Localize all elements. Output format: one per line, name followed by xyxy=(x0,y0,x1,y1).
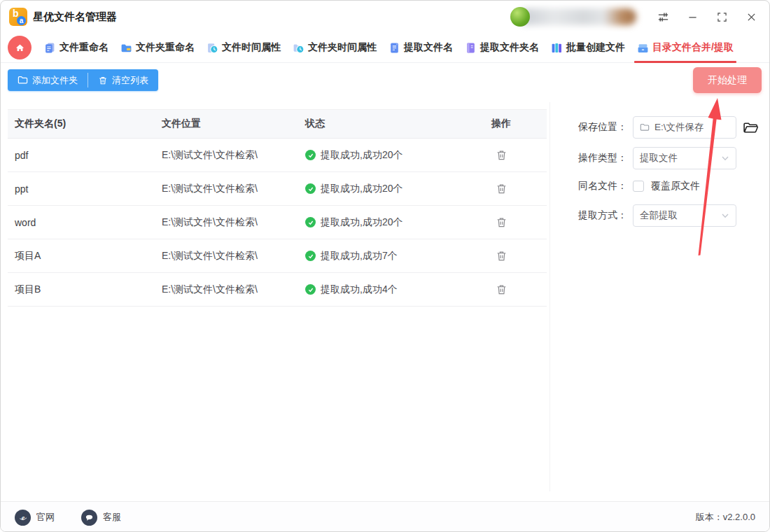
tab-extract-foldername[interactable]: 提取文件夹名 xyxy=(463,33,540,62)
success-icon xyxy=(305,217,316,227)
table-row: word E:\测试文件\文件检索\ 提取成功,成功20个 xyxy=(8,206,547,239)
tab-label: 文件夹时间属性 xyxy=(308,41,377,54)
delete-row-button[interactable] xyxy=(494,181,509,196)
status-text: 提取成功,成功7个 xyxy=(321,250,398,262)
website-icon: e xyxy=(15,510,31,526)
trash-icon xyxy=(496,183,507,195)
header-file-location: 文件位置 xyxy=(162,118,305,130)
tab-label: 提取文件夹名 xyxy=(480,41,539,54)
tab-folder-time[interactable]: 文件夹时间属性 xyxy=(291,33,378,62)
trash-icon xyxy=(496,250,507,262)
tab-label: 目录文件合并/提取 xyxy=(652,41,734,54)
operation-type-label: 操作类型： xyxy=(571,152,627,164)
app-logo-icon: ba xyxy=(9,8,27,26)
minimize-button[interactable] xyxy=(682,7,702,27)
settings-panel: 保存位置： E:\文件保存 操作类型： 提取文件 同名文件： xyxy=(550,102,769,501)
svg-text:e: e xyxy=(21,514,24,522)
add-folder-button[interactable]: 添加文件夹 xyxy=(8,69,88,91)
header-action: 操作 xyxy=(470,118,533,130)
add-folder-label: 添加文件夹 xyxy=(32,74,78,87)
operation-type-select[interactable]: 提取文件 xyxy=(633,147,736,169)
delete-row-button[interactable] xyxy=(494,215,509,230)
file-location: E:\测试文件\文件检索\ xyxy=(162,216,305,229)
folder-time-icon xyxy=(293,42,304,54)
file-location: E:\测试文件\文件检索\ xyxy=(162,250,305,262)
tab-file-rename[interactable]: 文件重命名 xyxy=(43,33,110,62)
overwrite-checkbox[interactable] xyxy=(633,181,644,192)
tab-label: 文件时间属性 xyxy=(222,41,281,54)
table-row: pdf E:\测试文件\文件检索\ 提取成功,成功20个 xyxy=(8,139,547,172)
tab-merge-extract[interactable]: 目录文件合并/提取 xyxy=(636,33,735,62)
status-text: 提取成功,成功20个 xyxy=(321,183,402,195)
tab-label: 文件夹重命名 xyxy=(136,41,195,54)
status-text: 提取成功,成功20个 xyxy=(321,216,402,229)
folder-table: 文件夹名(5) 文件位置 状态 操作 pdf E:\测试文件\文件检索\ 提取成… xyxy=(8,102,547,501)
home-icon xyxy=(14,42,26,54)
folder-name: ppt xyxy=(8,183,162,195)
status-text: 提取成功,成功4个 xyxy=(321,284,398,296)
same-name-label: 同名文件： xyxy=(571,180,627,192)
open-folder-icon xyxy=(743,120,759,135)
tab-extract-filename[interactable]: 提取文件名 xyxy=(387,33,454,62)
success-icon xyxy=(305,150,316,160)
tab-label: 批量创建文件 xyxy=(566,41,625,54)
delete-row-button[interactable] xyxy=(494,148,509,162)
save-location-value: E:\文件保存 xyxy=(654,121,704,134)
title-bar: ba 星优文件名管理器 xyxy=(1,1,769,33)
folder-icon xyxy=(640,122,650,132)
folder-name: word xyxy=(8,217,162,228)
file-location: E:\测试文件\文件检索\ xyxy=(162,183,305,195)
success-icon xyxy=(305,183,316,194)
file-location: E:\测试文件\文件检索\ xyxy=(162,284,305,296)
tab-bar: 文件重命名 文件夹重命名 文件时间属性 文件夹时间属性 提取文件名 提 xyxy=(1,33,769,63)
folder-name: 项目B xyxy=(8,284,162,296)
extract-mode-label: 提取方式： xyxy=(571,209,627,222)
file-rename-icon xyxy=(44,42,56,54)
clear-list-label: 清空列表 xyxy=(112,74,148,87)
start-process-button[interactable]: 开始处理 xyxy=(693,67,762,93)
header-folder-name: 文件夹名(5) xyxy=(8,118,162,130)
folder-name: pdf xyxy=(8,150,162,161)
save-location-input[interactable]: E:\文件保存 xyxy=(633,116,736,139)
save-location-label: 保存位置： xyxy=(571,121,627,134)
delete-row-button[interactable] xyxy=(494,282,509,297)
username-redacted xyxy=(519,8,636,25)
extract-mode-select[interactable]: 全部提取 xyxy=(633,204,736,227)
tab-batch-create[interactable]: 批量创建文件 xyxy=(550,33,626,62)
close-button[interactable] xyxy=(741,7,761,27)
extract-foldername-icon xyxy=(465,42,477,54)
clear-list-button[interactable]: 清空列表 xyxy=(88,69,158,91)
file-time-icon xyxy=(206,42,218,54)
official-site-link[interactable]: e 官网 xyxy=(15,510,55,526)
home-button[interactable] xyxy=(8,36,31,59)
footer-bar: e 官网 客服 版本：v2.2.0.0 xyxy=(1,501,769,532)
app-window: ba 星优文件名管理器 xyxy=(0,0,770,532)
table-row: ppt E:\测试文件\文件检索\ 提取成功,成功20个 xyxy=(8,172,547,206)
chevron-down-icon xyxy=(721,211,729,220)
operation-type-value: 提取文件 xyxy=(640,152,678,164)
browse-folder-button[interactable] xyxy=(743,120,759,135)
user-account[interactable] xyxy=(510,7,638,27)
extract-filename-icon xyxy=(388,42,400,54)
avatar xyxy=(510,7,530,27)
success-icon xyxy=(305,251,316,261)
support-link[interactable]: 客服 xyxy=(81,510,121,526)
table-row: 项目B E:\测试文件\文件检索\ 提取成功,成功4个 xyxy=(8,273,547,307)
batch-create-icon xyxy=(551,42,563,54)
tab-folder-rename[interactable]: 文件夹重命名 xyxy=(119,33,196,62)
delete-row-button[interactable] xyxy=(494,248,509,263)
trash-icon xyxy=(496,149,507,161)
merge-extract-icon xyxy=(637,42,649,54)
tab-label: 文件重命名 xyxy=(59,41,108,54)
table-header-row: 文件夹名(5) 文件位置 状态 操作 xyxy=(8,109,547,139)
header-status: 状态 xyxy=(305,118,470,130)
app-title: 星优文件名管理器 xyxy=(33,10,117,24)
trash-icon xyxy=(496,216,507,228)
tab-label: 提取文件名 xyxy=(404,41,453,54)
status-text: 提取成功,成功20个 xyxy=(321,149,402,162)
settings-sliders-icon[interactable] xyxy=(653,7,673,27)
maximize-button[interactable] xyxy=(712,7,732,27)
trash-icon xyxy=(496,284,507,295)
official-site-label: 官网 xyxy=(36,511,55,524)
tab-file-time[interactable]: 文件时间属性 xyxy=(205,33,282,62)
